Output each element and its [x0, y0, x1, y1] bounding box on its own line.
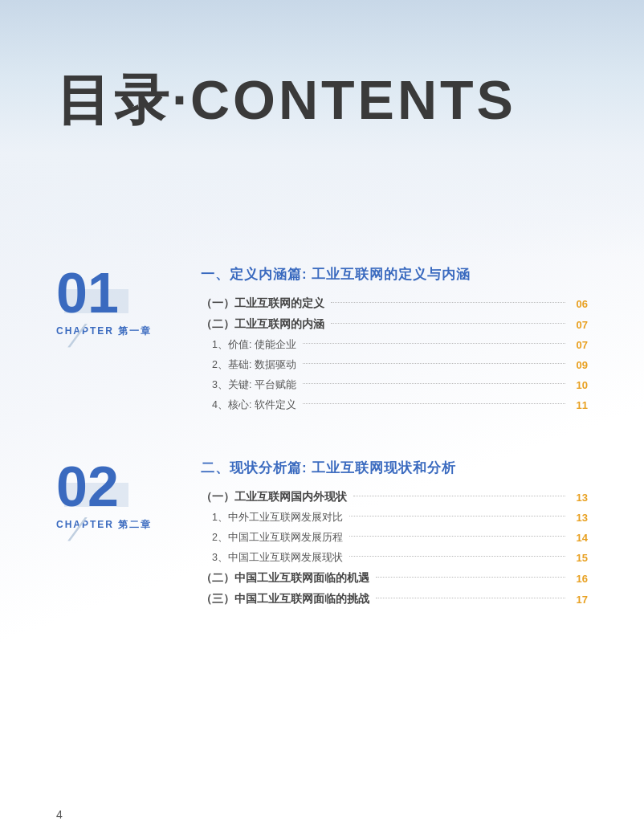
toc-item: 1、价值: 使能企业 07	[201, 338, 588, 352]
toc-page: 10	[572, 379, 588, 391]
toc-item: 3、关键: 平台赋能 10	[201, 378, 588, 392]
page-title: 目录·CONTENTS	[56, 64, 516, 137]
chapter-1-block: 01 CHAPTER 第一章 / 一、定义内涵篇: 工业互联网的定义与内涵 （一…	[0, 265, 644, 418]
toc-text: （三）中国工业互联网面临的挑战	[201, 592, 369, 606]
toc-dots	[349, 516, 565, 516]
toc-item: （二）工业互联网的内涵 07	[201, 317, 588, 332]
toc-dots	[376, 598, 565, 598]
toc-page: 13	[572, 492, 588, 504]
toc-dots	[303, 363, 565, 364]
toc-item: 1、中外工业互联网发展对比 13	[201, 511, 588, 525]
toc-text: 1、价值: 使能企业	[201, 338, 296, 352]
toc-dots	[303, 343, 565, 344]
chapter-2-content: 二、现状分析篇: 工业互联网现状和分析 （一）工业互联网国内外现状 13 1、中…	[177, 459, 588, 613]
toc-text: 1、中外工业互联网发展对比	[201, 511, 343, 525]
toc-item: （三）中国工业互联网面临的挑战 17	[201, 592, 588, 606]
toc-dots	[349, 536, 565, 537]
toc-text: （一）工业互联网的定义	[201, 296, 324, 311]
toc-text: 4、核心: 软件定义	[201, 398, 296, 412]
chapter-2-block: 02 CHAPTER 第二章 / 二、现状分析篇: 工业互联网现状和分析 （一）…	[0, 459, 644, 613]
toc-item: （二）中国工业互联网面临的机遇 16	[201, 571, 588, 586]
toc-dots	[331, 302, 565, 303]
toc-text: 3、中国工业互联网发展现状	[201, 551, 343, 565]
toc-item: （一）工业互联网国内外现状 13	[201, 490, 588, 504]
toc-page: 15	[572, 552, 588, 564]
toc-page: 06	[572, 298, 588, 310]
toc-dots	[376, 577, 565, 578]
chapters-area: 01 CHAPTER 第一章 / 一、定义内涵篇: 工业互联网的定义与内涵 （一…	[0, 265, 644, 805]
chapter-1-content: 一、定义内涵篇: 工业互联网的定义与内涵 （一）工业互联网的定义 06 （二）工…	[177, 265, 588, 418]
toc-item: （一）工业互联网的定义 06	[201, 296, 588, 311]
toc-page: 09	[572, 359, 588, 371]
toc-text: （一）工业互联网国内外现状	[201, 490, 347, 504]
chapter-2-number: 02	[56, 459, 119, 515]
toc-page: 13	[572, 512, 588, 524]
toc-text: 3、关键: 平台赋能	[201, 378, 296, 392]
toc-item: 2、中国工业互联网发展历程 14	[201, 531, 588, 545]
toc-page: 16	[572, 573, 588, 585]
toc-item: 3、中国工业互联网发展现状 15	[201, 551, 588, 565]
toc-text: （二）工业互联网的内涵	[201, 317, 324, 332]
toc-dots	[303, 403, 565, 404]
chapter-1-section-title: 一、定义内涵篇: 工业互联网的定义与内涵	[201, 265, 588, 284]
toc-page: 17	[572, 594, 588, 606]
toc-page: 07	[572, 339, 588, 351]
toc-dots	[303, 383, 565, 384]
toc-item: 2、基础: 数据驱动 09	[201, 358, 588, 372]
toc-page: 11	[572, 399, 588, 411]
toc-dots	[349, 556, 565, 557]
page-number: 4	[56, 808, 63, 821]
toc-dots	[331, 323, 565, 324]
toc-page: 14	[572, 532, 588, 544]
toc-page: 07	[572, 319, 588, 331]
chapter-2-section-title: 二、现状分析篇: 工业互联网现状和分析	[201, 459, 588, 477]
chapter-2-number-block: 02 CHAPTER 第二章 /	[56, 459, 177, 532]
toc-dots	[353, 496, 565, 496]
toc-text: 2、中国工业互联网发展历程	[201, 531, 343, 545]
chapter-1-number-block: 01 CHAPTER 第一章 /	[56, 265, 177, 338]
page: 目录·CONTENTS 01 CHAPTER 第一章 / 一、定义内涵篇: 工业…	[0, 0, 644, 837]
toc-text: （二）中国工业互联网面临的机遇	[201, 571, 369, 586]
toc-item: 4、核心: 软件定义 11	[201, 398, 588, 412]
chapter-1-number: 01	[56, 265, 119, 321]
toc-text: 2、基础: 数据驱动	[201, 358, 296, 372]
